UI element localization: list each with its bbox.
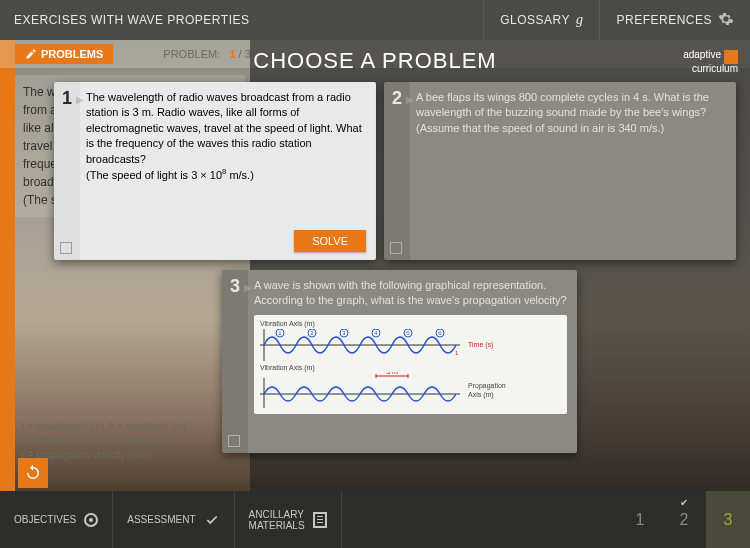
target-icon	[84, 513, 98, 527]
chevron-right-icon: ▶	[76, 93, 84, 107]
glossary-button[interactable]: GLOSSARY g	[484, 0, 599, 40]
footer-step-nav: 1 ✔ 2 3	[618, 491, 750, 548]
ancillary-button[interactable]: ANCILLARYMATERIALS	[235, 491, 341, 548]
card-checkbox[interactable]	[228, 435, 240, 447]
assessment-button[interactable]: ASSESSMENT	[113, 491, 233, 548]
app-header: EXERCISES WITH WAVE PROPERTIES GLOSSARY …	[0, 0, 750, 40]
card-body: ▶ A bee flaps its wings 800 complete cyc…	[410, 82, 736, 260]
card-number: 2	[384, 82, 410, 260]
check-icon: ✔	[680, 497, 688, 508]
brand-logo: adaptive curriculum	[683, 50, 738, 74]
svg-text:1: 1	[455, 350, 459, 356]
objectives-button[interactable]: OBJECTIVES	[0, 491, 112, 548]
solve-button[interactable]: SOLVE	[294, 230, 366, 252]
svg-text:3 m: 3 m	[386, 372, 398, 375]
card-number: 1	[54, 82, 80, 260]
glossary-label: GLOSSARY	[500, 13, 570, 27]
check-icon	[204, 513, 220, 527]
ancillary-label: ANCILLARYMATERIALS	[249, 509, 305, 531]
step-2[interactable]: ✔ 2	[662, 491, 706, 548]
divider	[341, 491, 342, 548]
problem-card-2[interactable]: 2 ▶ A bee flaps its wings 800 complete c…	[384, 82, 736, 260]
footer-nav: OBJECTIVES ASSESSMENT ANCILLARYMATERIALS…	[0, 491, 750, 548]
step-3[interactable]: 3	[706, 491, 750, 548]
card-number: 3	[222, 270, 248, 453]
card-checkbox[interactable]	[390, 242, 402, 254]
brand-icon	[724, 50, 738, 64]
glossary-icon: g	[576, 12, 584, 28]
gear-icon	[718, 11, 734, 30]
wave-propagation-graph: 3 m	[260, 372, 460, 408]
refresh-icon	[24, 464, 42, 482]
preferences-button[interactable]: PREFERENCES	[600, 0, 750, 40]
preferences-label: PREFERENCES	[616, 13, 712, 27]
wave-time-graph: 1 2 3 4 5 6 1	[260, 329, 460, 361]
formula-legend: λ = wavelength (m) A = amplitude (m) f =…	[20, 420, 187, 462]
problem-card-3[interactable]: 3 ▶ A wave is shown with the following g…	[222, 270, 577, 453]
card-checkbox[interactable]	[60, 242, 72, 254]
problem-card-1[interactable]: 1 ▶ The wavelength of radio waves broadc…	[54, 82, 376, 260]
wave-graph: Vibration Axis (m) 1 2 3 4 5 6 1	[254, 315, 567, 415]
choose-problem-title: CHOOSE A PROBLEM	[0, 48, 750, 74]
step-1[interactable]: 1	[618, 491, 662, 548]
document-icon	[313, 512, 327, 528]
page-title: EXERCISES WITH WAVE PROPERTIES	[0, 13, 483, 27]
refresh-button[interactable]	[18, 458, 48, 488]
assessment-label: ASSESSMENT	[127, 514, 195, 525]
objectives-label: OBJECTIVES	[14, 514, 76, 525]
chevron-right-icon: ▶	[406, 93, 414, 107]
chevron-right-icon: ▶	[244, 281, 252, 295]
card-body: ▶ A wave is shown with the following gra…	[248, 270, 577, 453]
problem-cards-row: 1 ▶ The wavelength of radio waves broadc…	[54, 82, 740, 260]
